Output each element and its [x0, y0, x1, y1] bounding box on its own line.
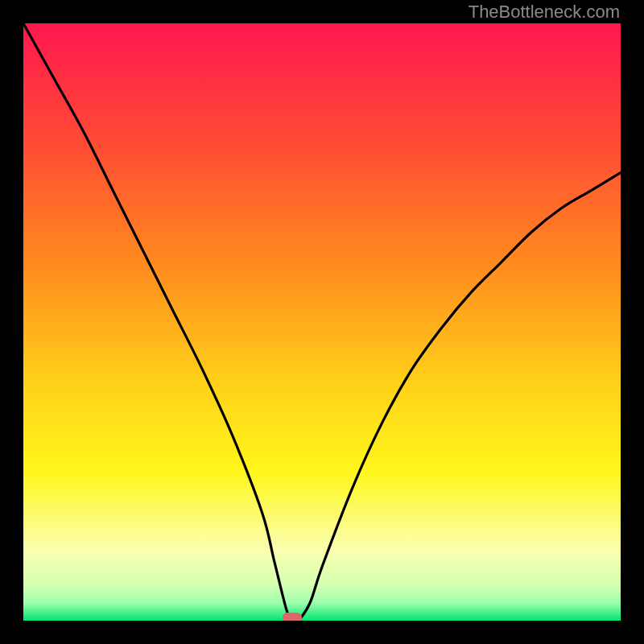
- outer-frame: TheBottleneck.com: [0, 0, 644, 644]
- bottleneck-curve: [23, 23, 621, 621]
- optimal-point-marker: [283, 613, 302, 621]
- plot-area: [23, 23, 621, 621]
- watermark-text: TheBottleneck.com: [469, 2, 620, 23]
